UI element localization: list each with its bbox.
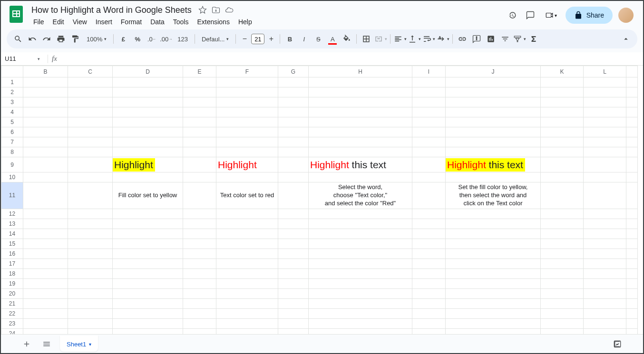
cell[interactable] xyxy=(584,229,626,239)
column-header[interactable]: D xyxy=(113,66,183,77)
cell[interactable] xyxy=(309,249,412,258)
cell[interactable] xyxy=(309,172,412,182)
cell[interactable] xyxy=(278,137,309,147)
insert-comment-icon[interactable] xyxy=(470,32,483,46)
account-avatar[interactable] xyxy=(618,8,634,23)
strikethrough-icon[interactable]: S xyxy=(312,32,325,46)
cell[interactable] xyxy=(23,328,68,334)
cell[interactable] xyxy=(23,137,68,147)
cell[interactable]: Highlight xyxy=(113,157,183,172)
cell[interactable] xyxy=(626,127,638,137)
cell[interactable] xyxy=(216,239,278,249)
cell[interactable] xyxy=(216,249,278,258)
cell[interactable] xyxy=(584,239,626,249)
menu-tools[interactable]: Tools xyxy=(169,16,193,28)
print-icon[interactable] xyxy=(54,32,68,46)
text-rotation-icon[interactable] xyxy=(436,32,449,46)
history-icon[interactable] xyxy=(506,9,518,21)
cell[interactable] xyxy=(446,278,541,288)
cell[interactable] xyxy=(68,147,113,157)
cell[interactable] xyxy=(183,328,216,334)
cell[interactable] xyxy=(278,298,309,308)
menu-view[interactable]: View xyxy=(69,16,91,28)
filter-icon[interactable] xyxy=(498,32,512,46)
cell[interactable] xyxy=(446,147,541,157)
cell[interactable] xyxy=(626,97,638,107)
cell[interactable] xyxy=(278,209,309,219)
cell[interactable] xyxy=(216,229,278,239)
cell[interactable] xyxy=(23,318,68,328)
undo-icon[interactable] xyxy=(26,32,39,46)
cell[interactable] xyxy=(584,77,626,87)
cell[interactable] xyxy=(541,328,584,334)
row-header[interactable]: 20 xyxy=(1,288,23,298)
menu-file[interactable]: File xyxy=(29,16,48,28)
row-header[interactable]: 2 xyxy=(1,87,23,97)
cell[interactable] xyxy=(309,268,412,278)
cell[interactable] xyxy=(541,298,584,308)
increase-font-size-button[interactable]: + xyxy=(265,33,277,45)
cell[interactable] xyxy=(216,328,278,334)
cell[interactable] xyxy=(23,157,68,172)
cell[interactable] xyxy=(541,147,584,157)
cell[interactable] xyxy=(278,318,309,328)
cell[interactable] xyxy=(113,219,183,229)
cell[interactable] xyxy=(278,219,309,229)
cell[interactable] xyxy=(541,157,584,172)
cell[interactable] xyxy=(113,77,183,87)
cell[interactable] xyxy=(446,268,541,278)
menu-insert[interactable]: Insert xyxy=(92,16,116,28)
column-header[interactable]: E xyxy=(183,66,216,77)
cell[interactable] xyxy=(68,249,113,258)
cell[interactable] xyxy=(584,308,626,318)
cell[interactable] xyxy=(412,127,446,137)
cell[interactable] xyxy=(412,97,446,107)
fill-color-icon[interactable] xyxy=(340,32,353,46)
cell[interactable] xyxy=(68,288,113,298)
cell[interactable] xyxy=(183,258,216,268)
cell[interactable] xyxy=(113,239,183,249)
comments-icon[interactable] xyxy=(524,9,537,21)
cell[interactable] xyxy=(183,219,216,229)
cell[interactable] xyxy=(412,87,446,97)
cell[interactable]: Set the fill color to yellow,then select… xyxy=(446,182,541,209)
cell[interactable] xyxy=(183,147,216,157)
cell[interactable] xyxy=(113,229,183,239)
cell[interactable] xyxy=(68,229,113,239)
cell[interactable] xyxy=(584,117,626,127)
cell[interactable]: Fill color set to yellow xyxy=(113,182,183,209)
cell[interactable] xyxy=(23,172,68,182)
paint-format-icon[interactable] xyxy=(68,32,82,46)
currency-icon[interactable]: £ xyxy=(117,32,130,46)
cell[interactable] xyxy=(23,239,68,249)
cell[interactable] xyxy=(626,137,638,147)
cell[interactable] xyxy=(216,268,278,278)
cell[interactable] xyxy=(113,107,183,117)
cell[interactable] xyxy=(309,77,412,87)
cell[interactable] xyxy=(412,147,446,157)
cell[interactable]: Highlight this text xyxy=(446,157,541,172)
cell[interactable] xyxy=(216,77,278,87)
cell[interactable] xyxy=(113,249,183,258)
cell[interactable] xyxy=(446,97,541,107)
cell[interactable] xyxy=(626,117,638,127)
cell[interactable] xyxy=(68,97,113,107)
functions-icon[interactable] xyxy=(527,32,540,46)
cell[interactable] xyxy=(183,77,216,87)
sheets-logo[interactable] xyxy=(7,5,26,24)
cell[interactable] xyxy=(278,288,309,298)
cell[interactable] xyxy=(626,147,638,157)
cell[interactable] xyxy=(68,258,113,268)
cell[interactable] xyxy=(113,298,183,308)
cell[interactable] xyxy=(584,137,626,147)
cell[interactable] xyxy=(541,249,584,258)
cell[interactable] xyxy=(23,182,68,209)
cell[interactable] xyxy=(446,219,541,229)
cell[interactable] xyxy=(584,258,626,268)
row-header[interactable]: 10 xyxy=(1,172,23,182)
cell[interactable] xyxy=(183,127,216,137)
cell[interactable] xyxy=(183,268,216,278)
cell[interactable] xyxy=(216,288,278,298)
cell[interactable] xyxy=(626,182,638,209)
percent-icon[interactable]: % xyxy=(131,32,144,46)
